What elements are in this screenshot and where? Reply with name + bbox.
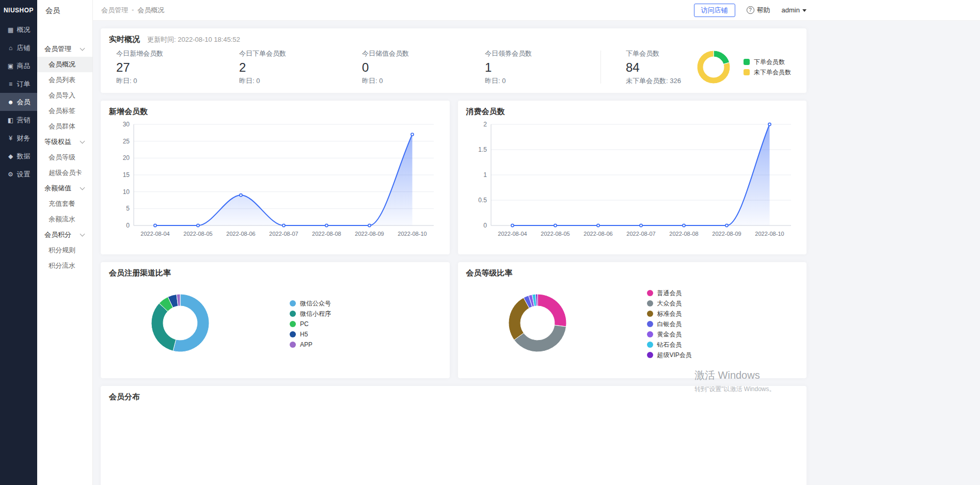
sidebar-item-shop[interactable]: ⌂店铺 bbox=[0, 39, 37, 57]
data-icon: ◆ bbox=[7, 153, 14, 160]
sidebar-item-label: 会员 bbox=[17, 98, 30, 107]
svg-text:2: 2 bbox=[483, 121, 487, 128]
legend-item[interactable]: 大众会员 bbox=[647, 298, 692, 309]
sidebar-item-finance[interactable]: ¥财务 bbox=[0, 129, 37, 147]
submenu-item[interactable]: 积分规则 bbox=[37, 242, 92, 258]
legend-item[interactable]: 下单会员数 bbox=[744, 57, 791, 67]
register-channel-svg bbox=[149, 292, 211, 354]
svg-text:2022-08-04: 2022-08-04 bbox=[140, 231, 169, 237]
register-channel-legend: 微信公众号微信小程序PCH5APP bbox=[290, 298, 331, 350]
stat-value: 2 bbox=[239, 60, 355, 75]
realtime-body: 今日新增会员数27昨日: 0今日下单会员数2昨日: 0今日储值会员数0昨日: 0… bbox=[109, 47, 798, 87]
watermark-line2: 转到"设置"以激活 Windows。 bbox=[694, 385, 776, 394]
user-menu[interactable]: admin bbox=[782, 6, 807, 14]
member-level-card: 会员等级比率 普通会员大众会员标准会员白银会员黄金会员钻石会员超级VIP会员 bbox=[458, 262, 807, 378]
username: admin bbox=[782, 6, 800, 14]
pie-charts-row: 会员注册渠道比率 微信公众号微信小程序PCH5APP 会员等级比率 普通会员大众… bbox=[101, 262, 807, 378]
app-logo: NIUSHOP bbox=[0, 0, 37, 21]
legend-swatch bbox=[744, 59, 750, 65]
sidebar-item-overview[interactable]: ▦概况 bbox=[0, 21, 37, 39]
nav-group-label: 会员管理 bbox=[44, 44, 71, 54]
realtime-stat: 今日储值会员数0昨日: 0 bbox=[355, 49, 478, 86]
help-link[interactable]: ? 帮助 bbox=[747, 6, 770, 15]
sidebar-item-label: 设置 bbox=[17, 170, 30, 179]
member-icon: ☻ bbox=[7, 99, 14, 106]
legend-item[interactable]: H5 bbox=[290, 329, 331, 340]
legend-item[interactable]: 普通会员 bbox=[647, 288, 692, 298]
stat-label: 今日储值会员数 bbox=[362, 49, 478, 58]
sidebar-item-label: 财务 bbox=[17, 134, 30, 143]
submenu-item[interactable]: 充值套餐 bbox=[37, 196, 92, 212]
nav-group-label: 会员积分 bbox=[44, 230, 71, 239]
submenu-item[interactable]: 会员概况 bbox=[37, 57, 92, 72]
legend-item[interactable]: 未下单会员数 bbox=[744, 67, 791, 77]
stat-label: 今日新增会员数 bbox=[116, 49, 232, 58]
new-members-card: 新增会员数 0510152025302022-08-042022-08-0520… bbox=[101, 101, 450, 254]
register-channel-chart bbox=[149, 292, 211, 356]
line-charts-row: 新增会员数 0510152025302022-08-042022-08-0520… bbox=[101, 101, 807, 254]
svg-text:2022-08-05: 2022-08-05 bbox=[183, 231, 212, 237]
legend-item[interactable]: 微信小程序 bbox=[290, 309, 331, 319]
submenu-item[interactable]: 超级会员卡 bbox=[37, 165, 92, 181]
legend-item[interactable]: 微信公众号 bbox=[290, 298, 331, 309]
submenu-item[interactable]: 会员标签 bbox=[37, 103, 92, 119]
legend-swatch bbox=[647, 331, 653, 337]
svg-text:10: 10 bbox=[123, 188, 130, 196]
stat-label: 今日下单会员数 bbox=[239, 49, 355, 58]
consume-members-card: 消费会员数 00.511.522022-08-042022-08-052022-… bbox=[458, 101, 807, 254]
submenu-item[interactable]: 余额流水 bbox=[37, 212, 92, 227]
legend-swatch bbox=[290, 321, 296, 327]
order-members-stat: 下单会员数 84 未下单会员数: 326 bbox=[626, 49, 684, 86]
svg-text:2022-08-07: 2022-08-07 bbox=[269, 231, 298, 237]
legend-item[interactable]: 超级VIP会员 bbox=[647, 350, 692, 360]
legend-item[interactable]: 黄金会员 bbox=[647, 329, 692, 340]
breadcrumb-section[interactable]: 会员管理 bbox=[101, 6, 128, 15]
sidebar-item-orders[interactable]: ≡订单 bbox=[0, 75, 37, 93]
sidebar-item-marketing[interactable]: ◧营销 bbox=[0, 111, 37, 129]
legend-item[interactable]: APP bbox=[290, 340, 331, 350]
svg-text:2022-08-09: 2022-08-09 bbox=[712, 231, 741, 237]
legend-swatch bbox=[290, 300, 296, 306]
sidebar-item-data[interactable]: ◆数据 bbox=[0, 147, 37, 165]
nav-group[interactable]: 会员积分 bbox=[37, 227, 92, 242]
shop-icon: ⌂ bbox=[7, 44, 14, 52]
chevron-down-icon bbox=[80, 185, 85, 190]
submenu-item[interactable]: 积分流水 bbox=[37, 258, 92, 273]
svg-text:30: 30 bbox=[123, 121, 130, 128]
svg-text:2022-08-08: 2022-08-08 bbox=[669, 231, 698, 237]
stat-value: 27 bbox=[116, 60, 232, 75]
visit-shop-button[interactable]: 访问店铺 bbox=[694, 4, 735, 17]
order-donut-svg bbox=[693, 46, 734, 88]
consume-members-svg: 00.511.522022-08-042022-08-052022-08-062… bbox=[466, 118, 798, 242]
nav-group[interactable]: 余额储值 bbox=[37, 181, 92, 196]
card-title: 新增会员数 bbox=[109, 107, 441, 116]
svg-text:0.5: 0.5 bbox=[478, 197, 487, 204]
nav-group[interactable]: 等级权益 bbox=[37, 134, 92, 150]
stat-sub: 昨日: 0 bbox=[116, 76, 232, 86]
legend-swatch bbox=[647, 300, 653, 306]
sidebar-item-label: 概况 bbox=[17, 25, 30, 35]
sidebar-item-members[interactable]: ☻会员 bbox=[0, 93, 37, 111]
legend-label: 超级VIP会员 bbox=[657, 351, 692, 360]
sidebar-item-settings[interactable]: ⚙设置 bbox=[0, 165, 37, 183]
legend-item[interactable]: PC bbox=[290, 319, 331, 329]
legend-swatch bbox=[290, 311, 296, 317]
submenu-item[interactable]: 会员群体 bbox=[37, 119, 92, 134]
legend-item[interactable]: 标准会员 bbox=[647, 309, 692, 319]
nav-group[interactable]: 会员管理 bbox=[37, 41, 92, 57]
sidebar-item-goods[interactable]: ▣商品 bbox=[0, 57, 37, 75]
svg-text:25: 25 bbox=[123, 138, 130, 145]
primary-sidebar: NIUSHOP ▦概况⌂店铺▣商品≡订单☻会员◧营销¥财务◆数据⚙设置 bbox=[0, 0, 37, 485]
submenu-item[interactable]: 会员导入 bbox=[37, 88, 92, 103]
legend-item[interactable]: 白银会员 bbox=[647, 319, 692, 329]
svg-text:2022-08-07: 2022-08-07 bbox=[626, 231, 655, 237]
sidebar-item-label: 商品 bbox=[17, 61, 30, 71]
submenu-item[interactable]: 会员列表 bbox=[37, 72, 92, 88]
marketing-icon: ◧ bbox=[7, 117, 14, 124]
stat-value: 1 bbox=[485, 60, 600, 75]
legend-label: 下单会员数 bbox=[754, 58, 785, 67]
submenu-item[interactable]: 会员等级 bbox=[37, 150, 92, 165]
legend-swatch bbox=[744, 69, 750, 75]
sidebar-item-label: 数据 bbox=[17, 152, 30, 161]
legend-item[interactable]: 钻石会员 bbox=[647, 340, 692, 350]
